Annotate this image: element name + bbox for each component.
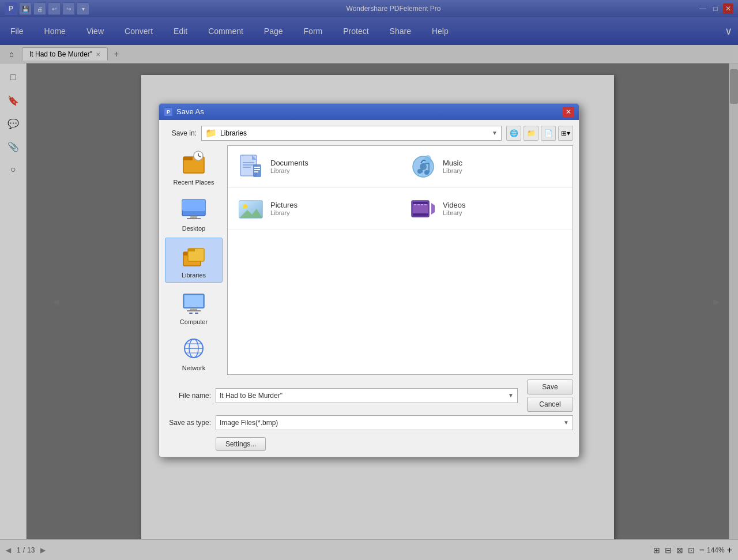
save-in-row: Save in: 📁 Libraries ▼ 🌐 📁 📄 ⊞▾	[165, 126, 573, 141]
videos-file-type: Library	[443, 209, 466, 216]
svg-rect-6	[182, 200, 205, 211]
save-as-type-dropdown-icon: ▼	[563, 419, 569, 426]
nav-desktop-label: Desktop	[182, 225, 205, 232]
dialog-content: Recent Places Desktop	[165, 145, 573, 375]
svg-rect-12	[188, 249, 195, 251]
svg-point-43	[243, 204, 247, 209]
dialog-app-icon: P	[164, 107, 173, 116]
pictures-file-type: Library	[270, 209, 298, 216]
file-name-input[interactable]: It Had to Be Murder" ▼	[216, 388, 518, 403]
svg-rect-31	[254, 169, 260, 170]
svg-rect-8	[187, 218, 201, 219]
documents-file-info: Documents Library	[270, 159, 308, 174]
nav-libraries-label: Libraries	[182, 272, 206, 279]
videos-file-name: Videos	[443, 201, 466, 209]
svg-rect-26	[243, 162, 254, 163]
file-item-pictures[interactable]: Pictures Library	[228, 188, 400, 230]
cancel-button[interactable]: Cancel	[527, 397, 573, 412]
documents-file-name: Documents	[270, 159, 308, 167]
svg-rect-15	[190, 308, 197, 310]
nav-network-label: Network	[182, 364, 205, 371]
save-in-folder-icon: 📁	[205, 127, 217, 138]
save-in-dropdown[interactable]: 📁 Libraries ▼	[201, 126, 502, 141]
dialog-toolbar-icons: 🌐 📁 📄 ⊞▾	[506, 126, 573, 141]
svg-point-36	[417, 169, 422, 174]
svg-rect-1	[183, 157, 193, 160]
save-in-value: Libraries	[220, 129, 488, 137]
file-name-value: It Had to Be Murder"	[220, 392, 506, 400]
svg-point-37	[424, 170, 429, 175]
pictures-file-icon	[237, 195, 265, 223]
file-name-label: File name:	[165, 392, 211, 400]
music-file-info: Music Library	[443, 159, 462, 174]
save-as-dialog: P Save As ✕ Save in: 📁 Libraries ▼ 🌐 📁 📄	[159, 103, 579, 457]
svg-rect-53	[424, 204, 427, 205]
svg-rect-16	[187, 310, 201, 311]
svg-rect-7	[190, 216, 197, 218]
modal-overlay: P Save As ✕ Save in: 📁 Libraries ▼ 🌐 📁 📄	[0, 0, 738, 560]
dialog-title-left: P Save As	[164, 107, 204, 116]
svg-rect-49	[413, 213, 428, 216]
nav-computer[interactable]: Computer	[165, 285, 223, 329]
svg-rect-48	[413, 202, 428, 204]
svg-marker-46	[431, 203, 435, 215]
save-as-type-row: Save as type: Image Files(*.bmp) ▼	[165, 415, 573, 430]
recent-places-icon	[180, 149, 208, 176]
svg-rect-29	[253, 164, 261, 177]
dialog-titlebar: P Save As ✕	[159, 104, 579, 120]
videos-file-info: Videos Library	[443, 201, 466, 216]
svg-rect-28	[243, 167, 251, 168]
music-file-name: Music	[443, 159, 462, 167]
music-file-icon	[409, 153, 437, 181]
documents-file-type: Library	[270, 167, 308, 174]
settings-button[interactable]: Settings...	[216, 437, 266, 451]
dialog-close-button[interactable]: ✕	[563, 107, 574, 117]
save-button[interactable]: Save	[527, 379, 573, 394]
svg-rect-17	[189, 313, 193, 314]
save-in-label: Save in:	[165, 129, 197, 137]
nav-desktop[interactable]: Desktop	[165, 191, 223, 235]
dialog-title-text: Save As	[176, 107, 204, 116]
web-browse-icon[interactable]: 🌐	[506, 126, 521, 141]
svg-rect-18	[195, 313, 198, 314]
file-item-music[interactable]: Music Library	[400, 146, 573, 188]
settings-row: Settings...	[165, 434, 573, 451]
folder-up-icon[interactable]: 📄	[541, 126, 556, 141]
save-in-arrow-icon: ▼	[492, 130, 498, 136]
documents-file-icon	[237, 153, 265, 181]
svg-rect-14	[184, 295, 203, 307]
file-item-documents[interactable]: Documents Library	[228, 146, 400, 188]
pictures-file-info: Pictures Library	[270, 201, 298, 216]
svg-rect-52	[421, 204, 423, 205]
videos-file-icon	[409, 195, 437, 223]
dialog-action-buttons: Save Cancel	[527, 379, 573, 412]
network-icon	[180, 335, 208, 362]
file-item-videos[interactable]: Videos Library	[400, 188, 573, 230]
svg-rect-50	[414, 204, 416, 205]
save-as-type-input[interactable]: Image Files(*.bmp) ▼	[216, 415, 573, 430]
nav-libraries[interactable]: Libraries	[165, 238, 223, 283]
svg-rect-32	[254, 171, 258, 172]
file-name-dropdown-icon: ▼	[508, 392, 514, 399]
svg-rect-30	[254, 167, 260, 168]
nav-recent-places-label: Recent Places	[174, 179, 214, 186]
dialog-body: Save in: 📁 Libraries ▼ 🌐 📁 📄 ⊞▾	[159, 120, 579, 457]
svg-rect-51	[417, 204, 420, 205]
save-as-type-value: Image Files(*.bmp)	[220, 419, 561, 427]
desktop-icon	[180, 195, 208, 223]
pictures-file-name: Pictures	[270, 201, 298, 209]
nav-recent-places[interactable]: Recent Places	[165, 145, 223, 189]
svg-rect-27	[243, 164, 254, 166]
save-as-type-label: Save as type:	[165, 419, 211, 427]
music-file-type: Library	[443, 167, 462, 174]
file-browser-panel: Documents Library	[227, 145, 573, 375]
nav-computer-label: Computer	[180, 318, 208, 325]
location-nav-panel: Recent Places Desktop	[165, 145, 223, 375]
nav-network[interactable]: Network	[165, 331, 223, 375]
new-folder-icon[interactable]: 📁	[524, 126, 539, 141]
file-name-row: File name: It Had to Be Murder" ▼ Save C…	[165, 379, 573, 412]
view-toggle-icon[interactable]: ⊞▾	[558, 126, 573, 141]
bottom-fields: File name: It Had to Be Murder" ▼ Save C…	[165, 379, 573, 451]
computer-icon	[180, 288, 208, 316]
libraries-icon	[180, 242, 208, 269]
